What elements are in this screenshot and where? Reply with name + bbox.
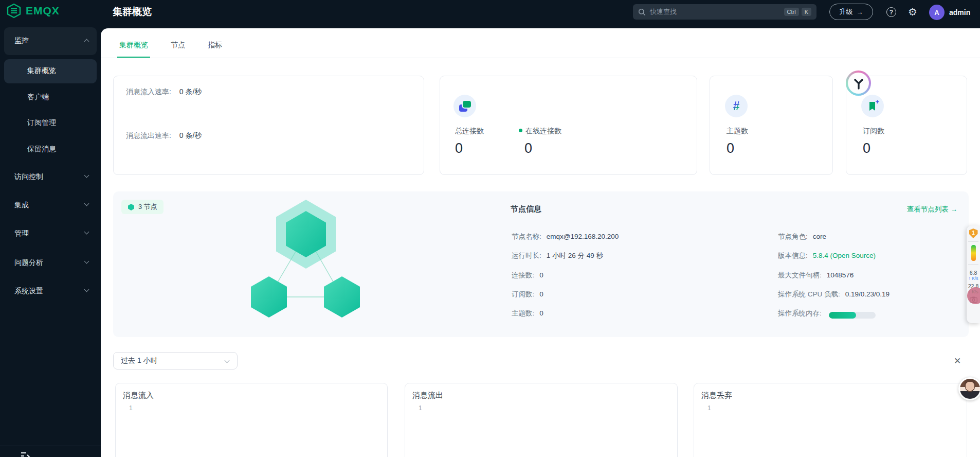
sidebar-group-integrations[interactable]: 集成 (0, 199, 101, 210)
monitor-side-widget[interactable]: 1 6.8 ↑ K/s 22.8 ↓ K/s (967, 225, 980, 323)
widget-divider (968, 241, 978, 242)
topics-value: 0 (727, 140, 734, 156)
node-name-row: 节点名称:emqx@192.168.20.200 (512, 232, 619, 241)
shield-badge-icon: 1 (969, 228, 978, 238)
time-range-value: 过去 1 小时 (121, 356, 158, 365)
sidebar-item-cluster-overview[interactable]: 集群概览 (4, 59, 97, 83)
subscriptions-icon: + (861, 95, 884, 117)
chevron-down-icon (84, 287, 89, 292)
page-title: 集群概览 (113, 5, 152, 19)
version-link[interactable]: 5.8.4 (Open Source) (813, 252, 876, 259)
topics-label: 主题数 (727, 127, 748, 136)
chevron-down-icon (84, 201, 89, 206)
memory-progress-bar (829, 312, 876, 319)
sidebar-collapse-button[interactable] (20, 450, 33, 457)
msg-in-rate-label: 消息流入速率: (126, 87, 171, 96)
time-range-select[interactable]: 过去 1 小时 (113, 352, 238, 370)
widget-divider (968, 264, 978, 265)
brand-name: EMQX (26, 5, 60, 17)
emqx-logo-icon (7, 3, 21, 19)
live-connections-value: 0 (524, 140, 532, 156)
msg-in-rate-value: 0 条/秒 (179, 87, 202, 96)
sidebar-item-retained-messages[interactable]: 保留消息 (0, 143, 101, 154)
chevron-down-icon (84, 230, 89, 235)
sidebar-group-label: 系统设置 (14, 285, 43, 296)
chevron-down-icon (84, 173, 89, 178)
tab-nodes[interactable]: 节点 (169, 41, 187, 58)
search-input[interactable]: 快速查找 Ctrl K (633, 4, 816, 20)
node-info-section: 3 节点 节点信息 查看节点列表 → 节点名称:em (113, 191, 969, 337)
subscriptions-label: 订阅数 (863, 127, 884, 136)
main-content: 集群概览 节点 指标 消息流入速率: 0 条/秒 消息流出速率: 0 条/秒 总… (101, 28, 980, 457)
sidebar-item-label: 集群概览 (27, 66, 56, 76)
chevron-down-icon (84, 259, 89, 264)
sidebar-group-access-control[interactable]: 访问控制 (0, 171, 101, 182)
uptime-row: 运行时长:1 小时 26 分 49 秒 (512, 251, 603, 260)
messages-in-chart-card: 消息流入 1 (115, 383, 388, 457)
version-row: 版本信息:5.8.4 (Open Source) (778, 251, 876, 260)
chevron-down-icon (225, 358, 230, 363)
extension-logo-icon (848, 73, 869, 94)
connections-card: 总连接数 在线连接数 0 0 (440, 76, 697, 175)
hexagon-icon (128, 203, 135, 211)
cluster-hexagon-graphic (206, 196, 411, 335)
chart-title: 消息流出 (412, 391, 443, 400)
sidebar-item-clients[interactable]: 客户端 (0, 91, 101, 102)
total-connections-value: 0 (455, 140, 463, 156)
sidebar-group-diagnose[interactable]: 问题分析 (0, 257, 101, 268)
memory-row: 操作系统内存: (778, 309, 822, 318)
view-node-list-link[interactable]: 查看节点列表 → (907, 205, 957, 214)
msg-out-rate-row: 消息流出速率: 0 条/秒 (126, 131, 202, 140)
emqx-dashboard: EMQX 监控 集群概览 客户端 订阅管理 保留消息 访问控制 集成 管理 (0, 0, 980, 457)
node-count-badge: 3 节点 (121, 200, 164, 214)
msg-out-rate-value: 0 条/秒 (179, 131, 202, 139)
gradient-meter-icon (971, 245, 976, 261)
help-icon[interactable]: ? (886, 7, 896, 17)
total-connections-label: 总连接数 (455, 127, 484, 136)
topics-row: 主题数:0 (512, 309, 543, 318)
sidebar-group-label: 监控 (14, 36, 29, 45)
tab-cluster-overview[interactable]: 集群概览 (117, 41, 150, 58)
sidebar-item-subscriptions[interactable]: 订阅管理 (0, 117, 101, 128)
sidebar-group-management[interactable]: 管理 (0, 227, 101, 239)
user-avatar[interactable]: A (929, 5, 945, 20)
assistant-avatar[interactable] (958, 377, 980, 400)
y-axis-tick: 1 (129, 405, 133, 412)
node-role-row: 节点角色:core (778, 232, 826, 241)
emqx-logo[interactable]: EMQX (7, 3, 60, 19)
connections-icon (453, 95, 476, 117)
search-placeholder: 快速查找 (650, 7, 782, 16)
live-dot-icon (519, 129, 522, 132)
topbar: 集群概览 快速查找 Ctrl K 升级 → ? ⚙ A admin (101, 0, 980, 28)
sidebar-item-label: 保留消息 (27, 143, 56, 154)
msg-out-rate-label: 消息流出速率: (126, 131, 171, 139)
chart-title: 消息丢弃 (701, 391, 732, 400)
upgrade-label: 升级 (840, 7, 853, 16)
arrow-right-icon: → (857, 8, 863, 16)
username[interactable]: admin (949, 8, 970, 16)
memory-progress-fill (829, 312, 856, 319)
sidebar-item-label: 客户端 (27, 91, 49, 102)
tab-metrics[interactable]: 指标 (206, 41, 224, 58)
subscriptions-value: 0 (863, 140, 870, 156)
y-axis-tick: 1 (419, 405, 422, 412)
upload-speed-value: 6.8 (970, 270, 977, 276)
sidebar-group-label: 问题分析 (14, 257, 43, 268)
search-icon (638, 8, 646, 16)
subscriptions-row: 订阅数:0 (512, 290, 543, 299)
topics-card: # 主题数 0 (710, 76, 833, 175)
node-info-title: 节点信息 (511, 204, 541, 214)
gear-icon[interactable]: ⚙ (907, 6, 918, 17)
messages-out-chart-card: 消息流出 1 (405, 383, 678, 457)
chevron-up-icon (84, 39, 89, 44)
upload-speed-unit: ↑ K/s (969, 276, 978, 281)
sidebar-group-monitoring[interactable]: 监控 (4, 27, 97, 55)
message-rate-card: 消息流入速率: 0 条/秒 消息流出速率: 0 条/秒 (113, 76, 424, 175)
kbd-ctrl: Ctrl (784, 8, 799, 16)
sidebar-group-system-settings[interactable]: 系统设置 (0, 285, 101, 296)
max-fds-row: 最大文件句柄:1048576 (778, 271, 854, 280)
floating-extension-button[interactable] (846, 71, 871, 96)
pink-overlay-circle (967, 287, 980, 304)
upgrade-button[interactable]: 升级 → (829, 4, 873, 20)
close-icon[interactable]: ✕ (949, 352, 966, 370)
